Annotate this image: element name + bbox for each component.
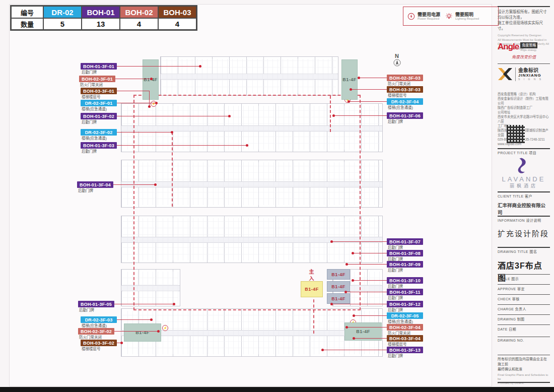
approval-note: 所有标识的图及内容需由业主在施工前最终确认和批准 Final Graphic P… [498, 357, 550, 385]
divider [498, 63, 550, 64]
sign-legend-table: 编号DR-02BOH-01BOH-02BOH-03数量51344 [10, 5, 197, 31]
power-icon [407, 13, 415, 20]
callout-code-label: BOH-01-3F-08 [387, 250, 423, 256]
callout-desc-label: 楼梯(应急通道) [388, 320, 413, 324]
lighting-label-zh: 需要照明 [455, 12, 479, 17]
lavande-name-zh: 丽枫酒店 [498, 182, 550, 189]
lighting-required-item: 需要照明 Lighting Required [445, 12, 479, 21]
client-name: 汇丰祥商业控股有限公司 [498, 202, 550, 216]
callout-desc-label: 防火门常关闭 [80, 83, 103, 87]
callout-leader-line [345, 292, 387, 292]
callout-leader-line [349, 101, 387, 102]
legend-code-cell: BOH-02 [120, 6, 158, 18]
callout-dot [330, 303, 333, 305]
callout-dot [344, 291, 347, 293]
callout-desc-label: 楼梯(应急通道) [82, 324, 107, 328]
jinxiang-sub: S I G N S [518, 78, 542, 81]
power-required-item: 需要用电源 Power Required [407, 12, 440, 21]
callout-dot [246, 144, 248, 147]
callout-code-label: BOH-02-3F-02 [78, 328, 114, 335]
callout-code-label: BOH-01-3F-01 [81, 63, 117, 70]
approval-note-zh: 所有标识的图及内容需由业主在施工前最终确认和批准 [498, 357, 550, 372]
copyright-line-en: All Measurements Must be Scaled in [498, 38, 550, 42]
callout-dot [155, 102, 158, 104]
drawing-title-label: DRAWING TITLE 图名 [498, 249, 550, 254]
legend-table-row: 编号DR-02BOH-01BOH-02BOH-03 [11, 6, 196, 18]
callout-code-label: BOH-01-3F-06 [387, 112, 423, 119]
requirements-legend: 需要用电源 Power Required 需要照明 Lighting Requi… [403, 7, 499, 26]
legend-qty-cell: 4 [120, 18, 158, 30]
callout-code-label: BOH-03-3F-04 [387, 335, 423, 342]
callout-desc-label: 楼梯楼层号 [388, 94, 407, 98]
north-arrow-icon [393, 59, 401, 67]
callout-leader-line [354, 315, 387, 316]
field-divider [498, 294, 550, 295]
callout-dot [228, 115, 231, 117]
core-area-label: B1-4F [327, 293, 350, 304]
divider [498, 216, 550, 217]
callout-dot [154, 183, 157, 186]
callout-dot [321, 349, 324, 351]
callout-dot [199, 65, 201, 68]
company-line: 陕西广告标识制造新工厂 [498, 105, 550, 110]
callout-desc-label: 后勤门牌 [79, 308, 94, 312]
callout-desc-label: 后勤门牌 [82, 150, 97, 154]
jinxiang-name-zh: 金象标识 [518, 68, 542, 73]
callout-code-label: BOH-02-3F-04 [387, 324, 423, 331]
design-phase: 扩充设计阶段 [498, 228, 550, 238]
callout-dot [350, 88, 352, 91]
lavande-logo-icon [517, 157, 530, 176]
callout-desc-label: 楼梯(应急通道) [388, 106, 413, 110]
angle-slogan: 角度改变价值 [498, 54, 550, 59]
field-label: CHECK 审核 [498, 296, 550, 301]
callout-code-label: BOH-01-3F-02 [81, 113, 117, 119]
guestroom-wing [160, 56, 338, 96]
callout-code-label: BOH-01-3F-04 [77, 181, 113, 188]
callout-code-label: BOH-03-3F-01 [81, 88, 117, 94]
callout-leader-line [333, 115, 387, 116]
stairwell-area-label: B1-4F [124, 323, 161, 342]
callout-dot [353, 337, 355, 340]
company-line: 公司地址 [498, 110, 550, 114]
callout-code-label: DR-02-3F-02 [81, 129, 117, 136]
field-divider [498, 274, 550, 275]
legend-table-row: 数量51344 [11, 18, 196, 30]
legend-code-cell: BOH-03 [158, 6, 196, 18]
callout-code-label: BOH-03-3F-03 [387, 86, 423, 93]
callout-dot [330, 240, 333, 243]
callout-code-label: BOH-01-3F-11 [387, 289, 423, 295]
callout-code-label: DR-02-3F-05 [387, 312, 423, 319]
legend-code-cell: BOH-01 [82, 6, 120, 18]
callout-leader-line [115, 79, 151, 79]
callout-dot [173, 303, 175, 305]
field-divider [498, 314, 550, 315]
callout-leader-line [114, 304, 174, 304]
callout-leader-line [322, 350, 387, 350]
callout-code-label: DR-02-3F-04 [387, 98, 423, 105]
callout-dot [348, 100, 350, 103]
entrance-dashed-path [313, 294, 314, 334]
core-area-label: B1-4F [327, 269, 350, 280]
callout-code-label: BOH-01-3F-05 [78, 301, 114, 307]
lavande-wordmark: LAVANDE [498, 175, 550, 183]
field-label: DRAWING 制图 [498, 316, 550, 321]
copyright-note-zh: 设计方案版权所有，图纸尺寸均以标注为准，施工单位须现场核实实际尺寸。 [498, 9, 550, 31]
callout-desc-label: 防火门常关闭 [79, 336, 102, 340]
jinxiang-x-icon [498, 67, 513, 81]
callout-dot [171, 131, 173, 134]
divider [498, 382, 550, 383]
approval-note-en: Final Graphic Plans and Schedules to beP… [498, 373, 550, 385]
callout-leader-line [117, 132, 172, 133]
callout-leader-line [117, 103, 156, 103]
callout-code-label: BOH-02-3F-03 [387, 75, 423, 81]
callout-leader-line [354, 338, 387, 339]
callout-leader-line [113, 184, 155, 185]
angle-logo-word: Angle [498, 42, 519, 51]
callout-leader-line [117, 145, 247, 146]
callout-leader-line [331, 304, 387, 304]
field-label: DATE 日期 [498, 326, 550, 332]
callout-dot [148, 105, 151, 108]
angle-logo-tag-en: Angle strategy [520, 48, 537, 51]
callout-desc-label: 后勤门牌 [388, 354, 403, 358]
power-label-en: Power Required [418, 17, 440, 21]
